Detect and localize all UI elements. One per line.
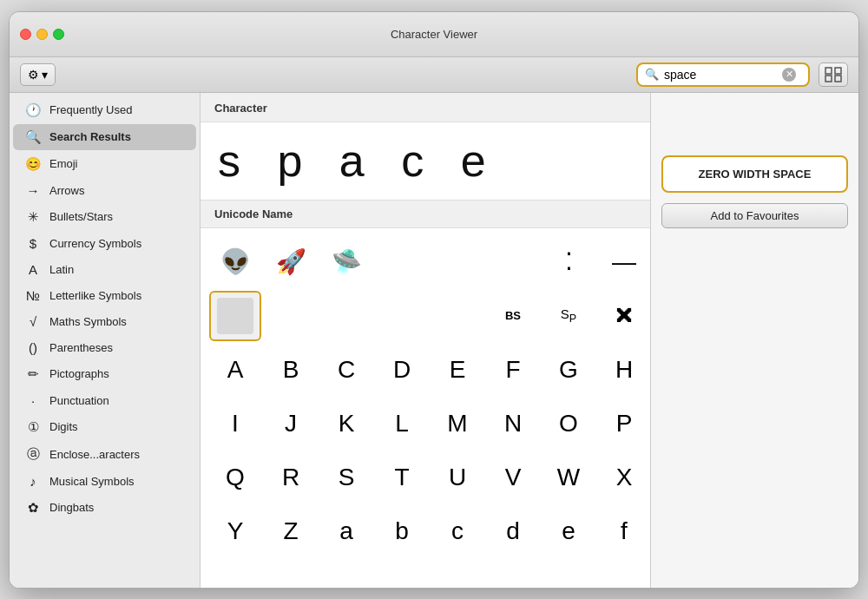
search-icon: 🔍 <box>645 68 659 81</box>
char-cell-38[interactable]: W <box>542 452 595 503</box>
svg-rect-0 <box>825 68 832 74</box>
gear-button[interactable]: ⚙ ▾ <box>20 63 56 86</box>
bullets-stars-icon: ✳ <box>25 209 41 225</box>
char-cell-12 <box>431 291 483 341</box>
sidebar-item-letterlike-symbols[interactable]: №Letterlike Symbols <box>13 283 196 308</box>
latin-icon: A <box>25 262 41 277</box>
char-cell-42[interactable]: a <box>320 506 372 556</box>
space-char-box <box>217 298 253 334</box>
sidebar-label-dingbats: Dingbats <box>49 501 94 514</box>
sidebar: 🕐Frequently Used🔍Search Results😊Emoji→Ar… <box>10 93 201 588</box>
char-cell-4 <box>431 237 483 287</box>
add-to-favourites-button[interactable]: Add to Favourites <box>661 203 848 228</box>
char-cell-33[interactable]: R <box>265 452 317 503</box>
char-cell-27[interactable]: L <box>376 398 428 449</box>
search-box: 🔍 ✕ <box>636 63 810 87</box>
char-cell-24[interactable]: I <box>209 398 261 449</box>
char-cell-18[interactable]: C <box>320 345 372 395</box>
char-cell-40[interactable]: Y <box>209 506 261 556</box>
char-cell-7[interactable]: — <box>598 237 650 287</box>
sidebar-item-enclose-characters[interactable]: ⓐEnclose...aracters <box>13 441 196 468</box>
sidebar-item-currency-symbols[interactable]: $Currency Symbols <box>13 231 196 256</box>
arrows-icon: → <box>25 183 41 198</box>
unicode-header: Unicode Name <box>201 201 650 228</box>
char-cell-30[interactable]: O <box>542 398 595 449</box>
sidebar-item-emoji[interactable]: 😊Emoji <box>13 151 196 177</box>
char-cell-44[interactable]: c <box>431 506 483 556</box>
char-cell-26[interactable]: K <box>320 398 372 449</box>
digits-icon: ① <box>25 419 41 435</box>
sidebar-label-pictographs: Pictographs <box>49 367 109 380</box>
sidebar-item-search-results[interactable]: 🔍Search Results <box>13 124 196 150</box>
char-cell-22[interactable]: G <box>542 345 595 395</box>
pictographs-icon: ✏ <box>25 366 41 382</box>
character-header: Character <box>201 93 650 122</box>
sidebar-label-parentheses: Parentheses <box>49 341 113 354</box>
char-cell-29[interactable]: N <box>487 398 539 449</box>
char-cell-43[interactable]: b <box>376 506 428 556</box>
char-cell-31[interactable]: P <box>598 398 650 449</box>
char-cell-46[interactable]: e <box>542 506 595 556</box>
char-cell-14[interactable]: SP <box>542 291 595 341</box>
grid-icon <box>825 67 842 82</box>
sidebar-item-latin[interactable]: ALatin <box>13 257 196 282</box>
sidebar-item-parentheses[interactable]: ()Parentheses <box>13 335 196 360</box>
char-cell-23[interactable]: H <box>598 345 650 395</box>
char-cell-37[interactable]: V <box>487 452 539 503</box>
sidebar-item-maths-symbols[interactable]: √Maths Symbols <box>13 309 196 334</box>
punctuation-icon: · <box>25 393 41 408</box>
emoji-icon: 😊 <box>25 156 41 172</box>
char-cell-39[interactable]: X <box>598 452 650 503</box>
char-cell-21[interactable]: F <box>487 345 539 395</box>
sidebar-label-digits: Digits <box>49 420 78 433</box>
char-cell-6[interactable]: ⁚ <box>542 237 595 287</box>
char-cell-20[interactable]: E <box>431 345 483 395</box>
character-grid: 👽🚀🛸⁚—BSSP🗙ABCDEFGHIJKLMNOPQRSTUVWXYZabcd… <box>201 228 650 588</box>
grid-view-button[interactable] <box>819 63 848 87</box>
char-cell-28[interactable]: M <box>431 398 483 449</box>
char-cell-17[interactable]: B <box>265 345 317 395</box>
enclose-characters-icon: ⓐ <box>25 446 41 463</box>
character-viewer-window: Character Viewer ⚙ ▾ 🔍 ✕ 🕐Frequently Use… <box>9 11 859 589</box>
sidebar-item-bullets-stars[interactable]: ✳Bullets/Stars <box>13 204 196 230</box>
sidebar-item-digits[interactable]: ①Digits <box>13 414 196 440</box>
musical-symbols-icon: ♪ <box>25 474 41 489</box>
search-results-icon: 🔍 <box>25 129 41 145</box>
char-cell-15[interactable]: 🗙 <box>598 291 650 341</box>
sidebar-item-musical-symbols[interactable]: ♪Musical Symbols <box>13 469 196 494</box>
char-cell-25[interactable]: J <box>265 398 317 449</box>
search-clear-button[interactable]: ✕ <box>782 68 796 82</box>
char-cell-47[interactable]: f <box>598 506 650 556</box>
char-cell-0[interactable]: 👽 <box>209 237 261 287</box>
char-cell-32[interactable]: Q <box>209 452 261 503</box>
char-cell-35[interactable]: T <box>376 452 428 503</box>
char-cell-45[interactable]: d <box>487 506 539 556</box>
char-cell-16[interactable]: A <box>209 345 261 395</box>
search-input[interactable] <box>664 68 777 82</box>
char-cell-19[interactable]: D <box>376 345 428 395</box>
sidebar-label-enclose-characters: Enclose...aracters <box>49 448 140 461</box>
svg-rect-2 <box>825 76 832 82</box>
sidebar-item-punctuation[interactable]: ·Punctuation <box>13 388 196 413</box>
titlebar: Character Viewer <box>10 12 858 57</box>
char-cell-5 <box>487 237 539 287</box>
char-cell-2[interactable]: 🛸 <box>320 237 372 287</box>
char-cell-13[interactable]: BS <box>487 291 539 341</box>
sidebar-label-search-results: Search Results <box>49 130 131 143</box>
sidebar-item-pictographs[interactable]: ✏Pictographs <box>13 361 196 387</box>
char-cell-1[interactable]: 🚀 <box>265 237 317 287</box>
sidebar-item-frequently-used[interactable]: 🕐Frequently Used <box>13 97 196 123</box>
char-cell-34[interactable]: S <box>320 452 372 503</box>
close-button[interactable] <box>20 29 31 40</box>
char-cell-8[interactable] <box>209 291 261 341</box>
maximize-button[interactable] <box>53 29 64 40</box>
sidebar-label-maths-symbols: Maths Symbols <box>49 315 127 328</box>
sidebar-item-dingbats[interactable]: ✿Dingbats <box>13 495 196 521</box>
letterlike-symbols-icon: № <box>25 288 41 303</box>
parentheses-icon: () <box>25 340 41 355</box>
char-cell-36[interactable]: U <box>431 452 483 503</box>
unicode-name-display: ZERO WIDTH SPACE <box>661 155 848 193</box>
char-cell-41[interactable]: Z <box>265 506 317 556</box>
minimize-button[interactable] <box>36 29 48 40</box>
sidebar-item-arrows[interactable]: →Arrows <box>13 178 196 203</box>
